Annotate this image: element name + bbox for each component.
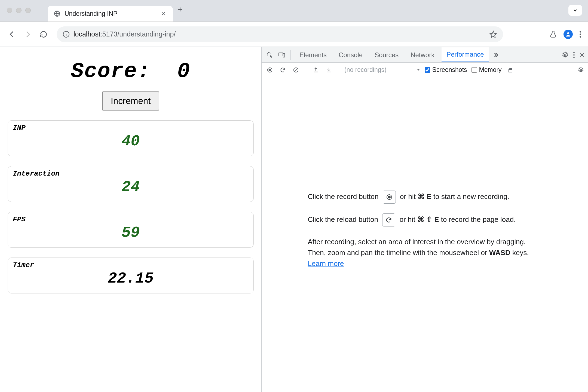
garbage-collect-icon[interactable] bbox=[506, 66, 515, 74]
devtools-kebab-icon[interactable] bbox=[573, 51, 575, 59]
metric-label: Interaction bbox=[13, 170, 249, 178]
devtools-perf-empty: Click the record button or hit ⌘ E to st… bbox=[262, 77, 588, 392]
metric-card-inp: INP 40 bbox=[8, 120, 254, 156]
download-icon[interactable] bbox=[324, 66, 333, 74]
globe-icon bbox=[54, 10, 61, 17]
svg-point-4 bbox=[580, 33, 581, 35]
svg-rect-7 bbox=[279, 53, 283, 56]
metric-card-timer: Timer 22.15 bbox=[8, 258, 254, 293]
svg-rect-8 bbox=[283, 54, 285, 57]
new-tab-button[interactable]: + bbox=[178, 5, 183, 14]
svg-point-16 bbox=[580, 69, 582, 71]
score-heading: Score: 0 bbox=[8, 59, 254, 83]
browser-tab-strip: Understanding INP + bbox=[0, 0, 588, 22]
empty-after-hint: After recording, select an area of inter… bbox=[308, 236, 542, 269]
devtools-tab-network[interactable]: Network bbox=[406, 47, 439, 62]
devtools-tab-sources[interactable]: Sources bbox=[370, 47, 403, 62]
svg-point-14 bbox=[269, 69, 271, 71]
increment-button[interactable]: Increment bbox=[102, 91, 160, 111]
screenshots-checkbox[interactable]: Screenshots bbox=[425, 66, 467, 74]
svg-point-9 bbox=[564, 54, 566, 56]
window-close-button[interactable] bbox=[7, 8, 12, 13]
devtools-tab-bar: Elements Console Sources Network Perform… bbox=[262, 47, 588, 63]
devtools-perf-toolbar: (no recordings) Screenshots Memory bbox=[262, 63, 588, 77]
metric-value: 40 bbox=[13, 133, 249, 150]
metric-card-interaction: Interaction 24 bbox=[8, 166, 254, 202]
svg-point-12 bbox=[573, 57, 575, 58]
tab-close-button[interactable] bbox=[160, 10, 167, 17]
profile-avatar[interactable] bbox=[564, 30, 573, 39]
labs-icon[interactable] bbox=[549, 30, 557, 38]
tab-search-button[interactable] bbox=[568, 5, 582, 16]
more-tabs-icon[interactable] bbox=[491, 50, 501, 60]
svg-point-18 bbox=[388, 196, 390, 198]
kebab-menu-icon[interactable] bbox=[579, 30, 581, 38]
clear-icon[interactable] bbox=[292, 66, 300, 74]
tab-title: Understanding INP bbox=[65, 10, 117, 17]
devtools-panel: Elements Console Sources Network Perform… bbox=[261, 47, 588, 392]
devtools-close-icon[interactable] bbox=[579, 52, 585, 58]
window-zoom-button[interactable] bbox=[25, 8, 31, 13]
devtools-tab-performance[interactable]: Performance bbox=[442, 47, 489, 62]
perf-settings-icon[interactable] bbox=[578, 67, 584, 73]
svg-point-2 bbox=[567, 32, 569, 34]
devtools-tab-elements[interactable]: Elements bbox=[295, 47, 332, 62]
record-icon[interactable] bbox=[383, 191, 396, 204]
reload-record-icon[interactable] bbox=[382, 213, 395, 226]
metric-value: 22.15 bbox=[13, 270, 249, 287]
recordings-dropdown[interactable]: (no recordings) bbox=[344, 66, 420, 74]
inspect-element-icon[interactable] bbox=[265, 50, 275, 60]
back-button[interactable] bbox=[7, 29, 17, 40]
svg-point-10 bbox=[573, 52, 575, 53]
site-info-icon[interactable] bbox=[63, 31, 70, 38]
devtools-settings-icon[interactable] bbox=[562, 51, 569, 59]
metric-label: Timer bbox=[13, 261, 249, 269]
metric-label: INP bbox=[13, 124, 249, 132]
learn-more-link[interactable]: Learn more bbox=[308, 259, 344, 268]
metric-card-fps: FPS 59 bbox=[8, 212, 254, 248]
metric-value: 59 bbox=[13, 224, 249, 241]
url-text: localhost:5173/understanding-inp/ bbox=[74, 30, 176, 38]
record-icon[interactable] bbox=[265, 66, 274, 74]
empty-reload-hint: Click the reload button or hit ⌘ ⇧ E to … bbox=[308, 213, 542, 226]
metric-label: FPS bbox=[13, 215, 249, 223]
memory-checkbox[interactable]: Memory bbox=[471, 66, 502, 74]
device-toolbar-icon[interactable] bbox=[277, 50, 287, 60]
reload-button[interactable] bbox=[38, 29, 49, 40]
upload-icon[interactable] bbox=[311, 66, 320, 74]
window-controls bbox=[7, 8, 31, 13]
forward-button[interactable] bbox=[22, 29, 33, 40]
reload-record-icon[interactable] bbox=[278, 66, 287, 74]
address-bar[interactable]: localhost:5173/understanding-inp/ bbox=[57, 26, 503, 42]
devtools-tab-console[interactable]: Console bbox=[334, 47, 367, 62]
window-minimize-button[interactable] bbox=[16, 8, 22, 13]
bookmark-star-icon[interactable] bbox=[489, 30, 497, 38]
svg-point-3 bbox=[580, 31, 581, 32]
browser-toolbar: localhost:5173/understanding-inp/ bbox=[0, 22, 588, 47]
empty-record-hint: Click the record button or hit ⌘ E to st… bbox=[308, 191, 542, 204]
page-viewport: Score: 0 Increment INP 40 Interaction 24… bbox=[0, 47, 261, 392]
svg-point-5 bbox=[580, 36, 581, 38]
metric-value: 24 bbox=[13, 178, 249, 196]
svg-point-11 bbox=[573, 54, 575, 56]
browser-tab-active[interactable]: Understanding INP bbox=[48, 6, 173, 22]
